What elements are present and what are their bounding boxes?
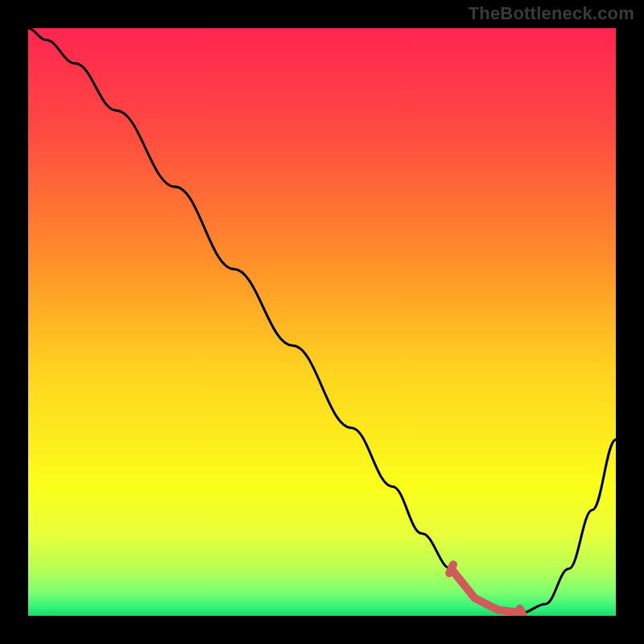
chart-svg [28, 28, 616, 616]
plot-area [28, 28, 616, 616]
watermark-text: TheBottleneck.com [469, 3, 634, 24]
highlight-cap [449, 564, 453, 573]
highlight-cap [520, 609, 524, 616]
gradient-background [28, 28, 616, 616]
chart-container: TheBottleneck.com [0, 0, 644, 644]
